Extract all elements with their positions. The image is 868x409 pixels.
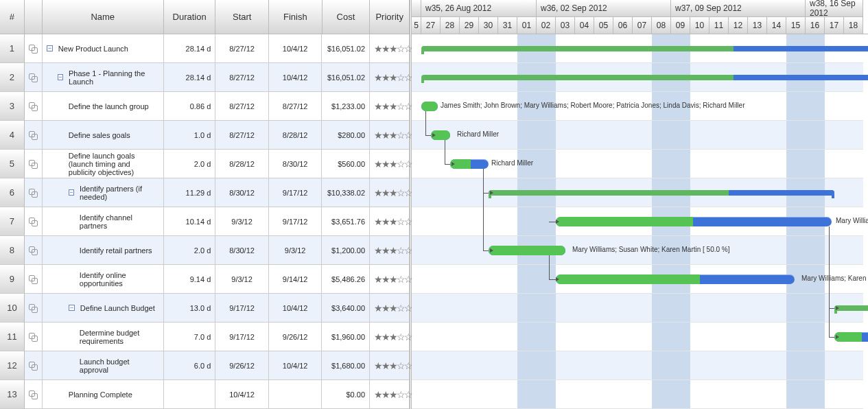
cell-start[interactable]: 9/17/12: [215, 323, 269, 351]
cell-start[interactable]: 10/4/12: [215, 380, 269, 409]
gantt-task-bar[interactable]: [556, 217, 832, 226]
table-row[interactable]: 3Define the launch group0.86 d8/27/128/2…: [0, 92, 410, 121]
task-name-cell[interactable]: Identify channel partners: [43, 207, 164, 236]
timeline-week-label[interactable]: w35, 26 Aug 2012: [421, 0, 537, 17]
row-number[interactable]: 5: [0, 150, 25, 178]
cell-dur[interactable]: [164, 380, 216, 409]
timeline-day-label[interactable]: 06: [613, 17, 633, 34]
priority-stars[interactable]: ★★★☆☆: [370, 178, 410, 207]
row-number[interactable]: 9: [0, 265, 25, 294]
collapse-toggle-icon[interactable]: −: [58, 74, 63, 80]
priority-stars[interactable]: ★★★☆☆: [370, 92, 410, 121]
cell-dur[interactable]: 10.14 d: [164, 207, 216, 236]
timeline-day-label[interactable]: 15: [786, 17, 806, 34]
cell-dur[interactable]: 2.0 d: [164, 236, 216, 265]
table-row[interactable]: 9Identify online opportunities9.14 d9/3/…: [0, 265, 410, 294]
cell-finish[interactable]: 9/17/12: [269, 207, 322, 236]
timeline-day-label[interactable]: 13: [748, 17, 767, 34]
table-row[interactable]: 11Determine budget requirements7.0 d9/17…: [0, 323, 410, 351]
priority-stars[interactable]: ★★★☆☆: [370, 294, 410, 323]
gantt-summary-bar[interactable]: [489, 190, 834, 196]
cell-cost[interactable]: $1,960.00: [322, 323, 370, 351]
gantt-row[interactable]: [412, 351, 863, 380]
priority-stars[interactable]: ★★★☆☆: [370, 63, 410, 92]
timeline-day-label[interactable]: 05: [594, 17, 613, 34]
table-row[interactable]: 12Launch budget approval6.0 d9/26/1210/4…: [0, 351, 410, 380]
col-header-name[interactable]: Name: [43, 0, 164, 34]
gantt-row[interactable]: [412, 380, 863, 409]
gantt-summary-bar[interactable]: [834, 305, 868, 311]
gantt-row[interactable]: [412, 294, 863, 323]
cell-cost[interactable]: $5,486.26: [322, 265, 370, 294]
timeline-day-label[interactable]: 30: [479, 17, 498, 34]
cell-dur[interactable]: 7.0 d: [164, 323, 216, 351]
timeline-day-label[interactable]: 03: [556, 17, 575, 34]
cell-finish[interactable]: 10/4/12: [269, 34, 322, 63]
cell-finish[interactable]: 9/17/12: [269, 178, 322, 207]
task-name-cell[interactable]: Identify online opportunities: [43, 265, 164, 294]
task-name-cell[interactable]: Define sales goals: [43, 121, 164, 150]
cell-dur[interactable]: 6.0 d: [164, 351, 216, 380]
cell-dur[interactable]: 11.29 d: [164, 178, 216, 207]
priority-stars[interactable]: ★★★☆☆: [370, 150, 410, 178]
row-number[interactable]: 2: [0, 63, 25, 92]
cell-cost[interactable]: $3,640.00: [322, 294, 370, 323]
timeline-day-label[interactable]: 01: [517, 17, 537, 34]
cell-finish[interactable]: 8/27/12: [269, 92, 322, 121]
gantt-summary-bar[interactable]: [421, 46, 868, 51]
table-row[interactable]: 7Identify channel partners10.14 d9/3/129…: [0, 207, 410, 236]
task-name-cell[interactable]: Define launch goals (launch timing and p…: [43, 150, 164, 178]
priority-stars[interactable]: ★★★☆☆: [370, 351, 410, 380]
row-number[interactable]: 1: [0, 34, 25, 63]
cell-cost[interactable]: $280.00: [322, 121, 370, 150]
timeline-day-label[interactable]: 07: [633, 17, 652, 34]
timeline-week-label[interactable]: w36, 02 Sep 2012: [537, 0, 671, 17]
table-row[interactable]: 13Planning Complete10/4/12$0.00★★★☆☆: [0, 380, 410, 409]
row-number[interactable]: 6: [0, 178, 25, 207]
table-row[interactable]: 6−Identify partners (if needed)11.29 d8/…: [0, 178, 410, 207]
table-row[interactable]: 10−Define Launch Budget13.0 d9/17/1210/4…: [0, 294, 410, 323]
timeline-day-label[interactable]: 08: [652, 17, 671, 34]
priority-stars[interactable]: ★★★☆☆: [370, 121, 410, 150]
cell-finish[interactable]: 9/26/12: [269, 323, 322, 351]
col-header-finish[interactable]: Finish: [269, 0, 322, 34]
gantt-task-bar[interactable]: [489, 246, 565, 255]
cell-dur[interactable]: 0.86 d: [164, 92, 216, 121]
cell-start[interactable]: 8/27/12: [215, 34, 269, 63]
collapse-toggle-icon[interactable]: −: [69, 305, 75, 311]
timeline-week-label[interactable]: w37, 09 Sep 2012: [671, 0, 806, 17]
cell-start[interactable]: 9/3/12: [215, 207, 269, 236]
cell-cost[interactable]: $16,051.02: [322, 34, 370, 63]
cell-dur[interactable]: 2.0 d: [164, 150, 216, 178]
task-name-cell[interactable]: −Phase 1 - Planning the Launch: [43, 63, 164, 92]
gantt-row[interactable]: [412, 63, 863, 92]
gantt-row[interactable]: Mary Williams; Karen Martin; S: [412, 265, 863, 294]
col-header-number[interactable]: #: [0, 0, 25, 34]
cell-cost[interactable]: $1,680.00: [322, 351, 370, 380]
cell-cost[interactable]: $10,338.02: [322, 178, 370, 207]
gantt-row[interactable]: Mary Willia: [412, 207, 863, 236]
task-name-cell[interactable]: Launch budget approval: [43, 351, 164, 380]
priority-stars[interactable]: ★★★☆☆: [370, 34, 410, 63]
row-number[interactable]: 7: [0, 207, 25, 236]
priority-stars[interactable]: ★★★☆☆: [370, 236, 410, 265]
collapse-toggle-icon[interactable]: −: [69, 189, 74, 196]
cell-start[interactable]: 8/27/12: [215, 92, 269, 121]
gantt-row[interactable]: Mary Williams; Susan White; Karen Martin…: [412, 236, 863, 265]
timeline-day-label[interactable]: 11: [709, 17, 729, 34]
timeline-day-label[interactable]: 10: [690, 17, 709, 34]
cell-cost[interactable]: $16,051.02: [322, 63, 370, 92]
cell-start[interactable]: 8/27/12: [215, 121, 269, 150]
col-header-priority[interactable]: Priority: [370, 0, 410, 34]
col-header-duration[interactable]: Duration: [164, 0, 216, 34]
table-row[interactable]: 8Identify retail partners2.0 d8/30/129/3…: [0, 236, 410, 265]
cell-start[interactable]: 8/30/12: [215, 236, 269, 265]
timeline-day-label[interactable]: 04: [575, 17, 594, 34]
priority-stars[interactable]: ★★★☆☆: [370, 207, 410, 236]
cell-finish[interactable]: 8/28/12: [269, 121, 322, 150]
cell-finish[interactable]: 10/4/12: [269, 294, 322, 323]
cell-start[interactable]: 9/3/12: [215, 265, 269, 294]
row-number[interactable]: 3: [0, 92, 25, 121]
row-number[interactable]: 13: [0, 380, 25, 409]
gantt-row[interactable]: Richard Miller: [412, 150, 863, 178]
